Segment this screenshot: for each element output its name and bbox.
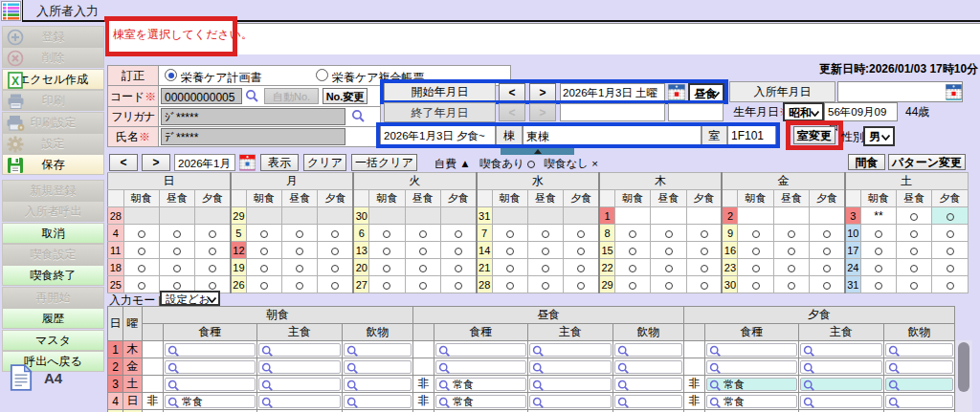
svg-text:X: X [11, 74, 19, 87]
